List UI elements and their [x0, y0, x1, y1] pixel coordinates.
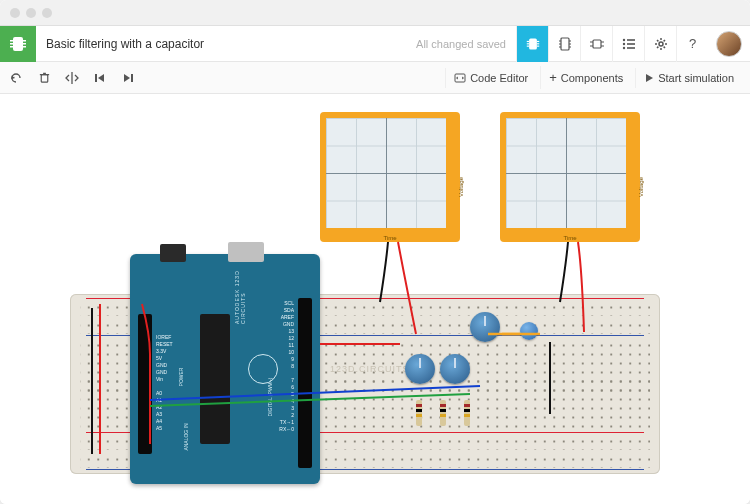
svg-rect-38	[131, 74, 133, 82]
user-avatar[interactable]	[716, 31, 742, 57]
arduino-left-header	[138, 314, 152, 454]
svg-rect-6	[23, 46, 26, 48]
view-code-button[interactable]	[548, 26, 580, 62]
svg-rect-7	[529, 38, 537, 49]
window-chrome	[0, 0, 750, 26]
start-simulation-button[interactable]: Start simulation	[635, 68, 742, 88]
settings-button[interactable]	[644, 26, 676, 62]
arduino-logo-icon	[248, 354, 278, 384]
step-back-button[interactable]	[92, 70, 108, 86]
svg-point-28	[622, 42, 624, 44]
arduino-analog-label: ANALOG IN	[183, 423, 189, 450]
svg-point-30	[622, 46, 624, 48]
svg-rect-2	[10, 43, 13, 45]
components-label: Components	[561, 72, 623, 84]
help-button[interactable]: ?	[676, 26, 708, 62]
svg-rect-33	[41, 75, 48, 82]
breadboard-watermark: 123D.CIRCUITS	[330, 364, 410, 374]
potentiometer-1[interactable]	[405, 354, 435, 384]
scope-2-xlabel: Time	[563, 235, 576, 241]
mirror-button[interactable]	[64, 70, 80, 86]
action-buttons: Code Editor + Components Start simulatio…	[445, 66, 742, 89]
step-forward-button[interactable]	[120, 70, 136, 86]
svg-rect-11	[536, 40, 538, 41]
svg-rect-1	[10, 40, 13, 42]
arduino-left-labels: IOREFRESET3.3V5VGNDGNDVinA0A1A2A3A4A5	[156, 334, 173, 432]
svg-rect-12	[536, 43, 538, 44]
svg-rect-37	[95, 74, 97, 82]
svg-rect-10	[526, 45, 528, 46]
oscilloscope-2[interactable]: Time Voltage	[500, 112, 640, 242]
save-status: All changed saved	[416, 38, 516, 50]
project-title[interactable]: Basic filtering with a capacitor	[36, 37, 416, 51]
svg-rect-27	[627, 39, 635, 41]
delete-button[interactable]	[36, 70, 52, 86]
arduino-right-labels: SCLSDAAREFGND1312111098765432TX→1RX←0	[279, 300, 294, 433]
plus-icon: +	[549, 70, 557, 85]
svg-rect-0	[13, 37, 23, 51]
scope-1-xlabel: Time	[383, 235, 396, 241]
traffic-minimize[interactable]	[26, 8, 36, 18]
svg-rect-13	[536, 45, 538, 46]
view-list-button[interactable]	[612, 26, 644, 62]
arduino-digital-label: DIGITAL (PWM~)	[268, 378, 274, 417]
svg-rect-21	[593, 40, 601, 48]
traffic-zoom[interactable]	[42, 8, 52, 18]
svg-rect-29	[627, 43, 635, 45]
app-logo-icon[interactable]	[0, 26, 36, 62]
edit-tools	[8, 70, 136, 86]
secondary-toolbar: Code Editor + Components Start simulatio…	[0, 62, 750, 94]
top-right-controls: ?	[516, 26, 750, 61]
scope-2-ylabel: Voltage	[638, 177, 644, 197]
arduino-mcu-chip	[200, 314, 230, 444]
resistor-1[interactable]	[416, 400, 422, 426]
code-editor-button[interactable]: Code Editor	[445, 68, 536, 88]
svg-rect-5	[23, 43, 26, 45]
potentiometer-3[interactable]	[470, 312, 500, 342]
titlebar: Basic filtering with a capacitor All cha…	[0, 26, 750, 62]
code-editor-label: Code Editor	[470, 72, 528, 84]
scope-1-ylabel: Voltage	[458, 177, 464, 197]
start-sim-label: Start simulation	[658, 72, 734, 84]
potentiometer-2[interactable]	[440, 354, 470, 384]
components-button[interactable]: + Components	[540, 66, 631, 89]
arduino-brand-text: AUTODESK 123D CIRCUITS	[234, 238, 246, 324]
view-circuits-button[interactable]	[516, 26, 548, 62]
view-schematic-button[interactable]	[580, 26, 612, 62]
undo-button[interactable]	[8, 70, 24, 86]
traffic-close[interactable]	[10, 8, 20, 18]
oscilloscope-1[interactable]: Time Voltage	[320, 112, 460, 242]
svg-point-26	[622, 38, 624, 40]
arduino-power-label: POWER	[178, 368, 184, 387]
resistor-3[interactable]	[464, 400, 470, 426]
arduino-board[interactable]: IOREFRESET3.3V5VGNDGNDVinA0A1A2A3A4A5 SC…	[130, 254, 320, 484]
svg-rect-4	[23, 40, 26, 42]
resistor-2[interactable]	[440, 400, 446, 426]
svg-rect-31	[627, 47, 635, 49]
svg-rect-14	[561, 38, 569, 50]
scope-1-screen	[326, 118, 446, 228]
svg-rect-8	[526, 40, 528, 41]
capacitor[interactable]	[520, 322, 538, 340]
scope-2-screen	[506, 118, 626, 228]
wire-scope1-black	[380, 242, 388, 302]
wire-scope2-black	[560, 242, 568, 302]
svg-point-32	[659, 42, 663, 46]
arduino-right-header	[298, 298, 312, 468]
arduino-power-jack	[160, 244, 186, 262]
app-window: Basic filtering with a capacitor All cha…	[0, 0, 750, 504]
svg-rect-3	[10, 46, 13, 48]
svg-rect-9	[526, 43, 528, 44]
design-canvas[interactable]: Time Voltage Time Voltage 123D.CIRCUITS	[0, 94, 750, 504]
